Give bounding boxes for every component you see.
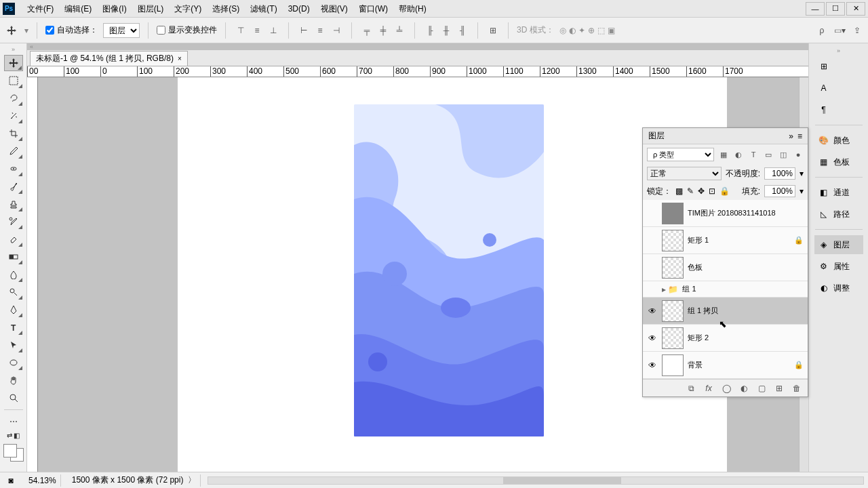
fill-dropdown-icon[interactable]: ▾ (800, 186, 804, 196)
visibility-toggle[interactable]: 👁 (647, 333, 658, 344)
shape-tool[interactable] (4, 354, 23, 371)
type-tool[interactable]: T (4, 319, 23, 336)
crop-tool[interactable] (4, 125, 23, 142)
layer-thumbnail[interactable] (662, 354, 684, 376)
lock-artboard-icon[interactable]: ⊡ (709, 186, 715, 196)
magic-wand-tool[interactable] (4, 108, 23, 124)
panel-icon[interactable]: ⊞ (814, 57, 863, 76)
menu-视图[interactable]: 视图(V) (315, 0, 353, 18)
show-transform-checkbox[interactable]: 显示变换控件 (157, 24, 217, 36)
menu-文件[interactable]: 文件(F) (22, 0, 59, 18)
panel-tab-属性[interactable]: ⚙属性 (814, 257, 863, 276)
ruler-vertical[interactable] (27, 77, 38, 472)
dist-v1-icon[interactable]: ╤ (360, 24, 374, 37)
visibility-toggle[interactable] (647, 208, 658, 219)
fill-input[interactable] (764, 185, 795, 197)
panel-tab-图层[interactable]: ◈图层 (814, 235, 863, 254)
panel-menu-icon[interactable]: ≡ (797, 131, 802, 141)
layer-thumbnail[interactable] (662, 203, 684, 224)
layer-row[interactable]: 色板 (643, 254, 808, 281)
healing-tool[interactable] (4, 161, 23, 177)
ruler-horizontal[interactable]: 0010001002003004005006007008009001000110… (27, 66, 808, 77)
pen-tool[interactable] (4, 302, 23, 318)
collapse-panel-icon[interactable]: » (789, 131, 793, 141)
zoom-tool[interactable] (4, 390, 23, 406)
layer-thumbnail[interactable] (662, 257, 684, 279)
menu-文字[interactable]: 文字(Y) (169, 0, 207, 18)
menu-滤镜[interactable]: 滤镜(T) (245, 0, 282, 18)
workspace-icon[interactable]: ▭▾ (833, 24, 846, 37)
menu-图像[interactable]: 图像(I) (97, 0, 132, 18)
path-select-tool[interactable] (4, 337, 23, 353)
group-icon[interactable]: ▢ (756, 383, 767, 394)
blend-mode-select[interactable]: 正常 (647, 167, 722, 180)
layer-name[interactable]: 组 1 拷贝 (688, 306, 804, 316)
layer-name[interactable]: 色板 (688, 262, 804, 272)
color-swatch[interactable] (3, 444, 24, 462)
eyedropper-tool[interactable] (4, 143, 23, 159)
align-top-icon[interactable]: ⊤ (234, 24, 248, 37)
layer-row[interactable]: 👁组 1 拷贝 (643, 298, 808, 325)
blur-tool[interactable] (4, 266, 23, 283)
layer-row[interactable]: TIM图片 20180831141018 (643, 200, 808, 227)
eraser-tool[interactable] (4, 231, 23, 247)
share-icon[interactable]: ⇪ (850, 24, 864, 37)
doc-info[interactable]: 1500 像素 x 1500 像素 (72 ppi) 〉 (68, 474, 201, 487)
search-icon[interactable]: ρ (815, 24, 829, 37)
lasso-tool[interactable] (4, 90, 23, 106)
filter-type-icon[interactable]: T (748, 149, 759, 160)
lock-transparent-icon[interactable]: ▩ (675, 186, 683, 196)
filter-shape-icon[interactable]: ▭ (763, 149, 774, 160)
menu-图层[interactable]: 图层(L) (132, 0, 170, 18)
layer-thumbnail[interactable] (662, 327, 684, 349)
marquee-tool[interactable] (4, 73, 23, 89)
link-layers-icon[interactable]: ⧉ (686, 383, 696, 394)
filter-toggle-icon[interactable]: ● (793, 149, 804, 160)
panel-tab-通道[interactable]: ◧通道 (814, 183, 863, 202)
layer-thumbnail[interactable] (662, 230, 684, 251)
dist-v3-icon[interactable]: ╧ (393, 24, 406, 37)
lock-position-icon[interactable]: ✥ (698, 186, 705, 196)
layer-thumbnail[interactable] (662, 300, 684, 322)
menu-选择[interactable]: 选择(S) (207, 0, 245, 18)
swap-colors-icon[interactable]: ⇄ ◧ (4, 431, 23, 439)
layer-row[interactable]: 👁背景🔒 (643, 352, 808, 379)
close-tab-icon[interactable]: × (178, 55, 182, 62)
zoom-level[interactable]: 54.13% (24, 474, 61, 487)
opacity-input[interactable] (764, 167, 795, 180)
dist-h2-icon[interactable]: ╫ (439, 24, 453, 37)
visibility-toggle[interactable] (647, 235, 658, 246)
lock-pixels-icon[interactable]: ✎ (687, 186, 694, 196)
auto-select-checkbox[interactable]: 自动选择： (45, 24, 98, 36)
visibility-toggle[interactable]: 👁 (647, 360, 658, 371)
gradient-tool[interactable] (4, 249, 23, 265)
adjustment-icon[interactable]: ◐ (738, 383, 749, 394)
filter-adjust-icon[interactable]: ◐ (733, 149, 744, 160)
panel-tab-颜色[interactable]: 🎨颜色 (814, 131, 863, 150)
minimize-button[interactable]: — (806, 2, 825, 16)
quick-mask-icon[interactable]: ◙ (4, 476, 18, 485)
close-button[interactable]: ✕ (846, 2, 865, 16)
scrollbar-horizontal[interactable] (208, 476, 864, 485)
layer-filter-select[interactable]: ρ 类型 (647, 148, 714, 161)
layer-row[interactable]: ▸ 📁组 1 (643, 281, 808, 298)
hand-tool[interactable] (4, 372, 23, 388)
mask-icon[interactable]: ◯ (721, 383, 732, 394)
document-tab[interactable]: 未标题-1 @ 54.1% (组 1 拷贝, RGB/8) × (30, 51, 188, 66)
panel-tab-路径[interactable]: ◺路径 (814, 205, 863, 224)
menu-3D[interactable]: 3D(D) (283, 0, 315, 18)
visibility-toggle[interactable] (647, 262, 658, 273)
visibility-toggle[interactable]: 👁 (647, 306, 658, 317)
filter-smart-icon[interactable]: ◫ (778, 149, 789, 160)
panel-icon[interactable]: ¶ (814, 100, 863, 119)
layer-row[interactable]: 👁矩形 2 (643, 325, 808, 352)
new-layer-icon[interactable]: ⊞ (774, 383, 785, 394)
menu-帮助[interactable]: 帮助(H) (393, 0, 432, 18)
auto-select-target[interactable]: 图层 (103, 23, 140, 38)
layer-name[interactable]: 矩形 2 (688, 333, 804, 343)
align-right-icon[interactable]: ⊣ (330, 24, 343, 37)
visibility-toggle[interactable] (647, 284, 658, 295)
layer-name[interactable]: 组 1 (682, 284, 804, 294)
brush-tool[interactable] (4, 178, 23, 195)
fx-icon[interactable]: fx (703, 383, 714, 394)
